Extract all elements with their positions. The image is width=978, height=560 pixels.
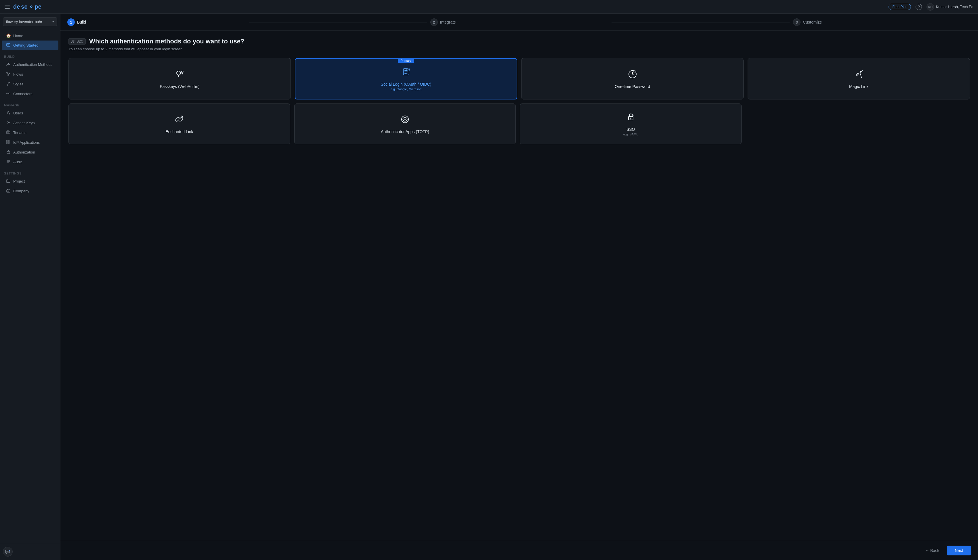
svg-point-28 <box>861 71 862 72</box>
sidebar-item-project[interactable]: Project <box>2 177 58 186</box>
auth-card-sso[interactable]: SSO e.g. SAML <box>520 103 741 144</box>
flows-icon <box>6 72 11 77</box>
chevron-down-icon: ▾ <box>52 20 54 23</box>
auth-methods-icon <box>6 62 11 67</box>
passkey-icon <box>175 69 185 82</box>
svg-point-21 <box>73 40 74 42</box>
svg-rect-12 <box>8 140 10 142</box>
project-selector[interactable]: flowery-lavender-bohr ▾ <box>3 17 57 26</box>
sidebar-item-users[interactable]: Users <box>2 108 58 118</box>
users-icon <box>6 111 11 115</box>
svg-rect-2 <box>7 72 8 73</box>
svg-point-1 <box>7 63 8 64</box>
sidebar-item-label: Audit <box>13 160 22 164</box>
sidebar-item-label: Project <box>13 179 25 183</box>
sidebar: flowery-lavender-bohr ▾ 🏠 Home Getting S… <box>0 14 60 560</box>
top-header: desc⚬pe Free Plan ? KH Kumar Harsh, Tech… <box>0 0 978 14</box>
primary-badge: Primary <box>398 58 414 63</box>
settings-section-label: Settings <box>0 167 60 176</box>
sidebar-item-connectors[interactable]: Connectors <box>2 89 58 98</box>
sidebar-item-label: Getting Started <box>13 43 38 47</box>
auth-methods-row2: Enchanted Link Authenticator Apps (TOTP) <box>68 103 741 144</box>
passkey-title: Passkeys (WebAuthn) <box>160 84 199 89</box>
back-button[interactable]: ← Back <box>921 546 943 555</box>
sidebar-item-label: Connectors <box>13 92 32 96</box>
user-menu[interactable]: KH Kumar Harsh, Tech Ed <box>926 3 973 11</box>
svg-rect-9 <box>7 132 10 134</box>
svg-rect-17 <box>8 191 9 192</box>
social-login-subtitle: e.g. Google, Microsoft <box>391 87 422 91</box>
chatbot-button[interactable] <box>3 547 13 557</box>
auth-card-otp[interactable]: One-time Password <box>521 58 744 100</box>
styles-icon <box>6 82 11 87</box>
wizard-step-3: 3 Customize <box>793 18 971 26</box>
svg-rect-14 <box>8 142 10 144</box>
wizard-step-1: 1 Build <box>67 18 245 26</box>
sidebar-item-idp-applications[interactable]: IdP Applications <box>2 138 58 147</box>
social-login-title: Social Login (OAuth / OIDC) <box>381 82 431 87</box>
hamburger-menu[interactable] <box>5 5 10 9</box>
auth-card-passkeys[interactable]: Passkeys (WebAuthn) <box>68 58 291 100</box>
auth-card-magic-link[interactable]: Magic Link <box>748 58 970 100</box>
svg-point-23 <box>182 71 183 73</box>
build-section-label: Build <box>0 50 60 60</box>
sidebar-item-home[interactable]: 🏠 Home <box>2 31 58 40</box>
main-layout: flowery-lavender-bohr ▾ 🏠 Home Getting S… <box>0 14 978 560</box>
sidebar-item-authentication-methods[interactable]: Authentication Methods <box>2 60 58 69</box>
sidebar-item-flows[interactable]: Flows <box>2 70 58 79</box>
svg-rect-3 <box>9 72 10 73</box>
help-icon[interactable]: ? <box>916 4 922 10</box>
auth-card-social-login[interactable]: Primary Social Login (OAuth / OIDC) e.g.… <box>295 58 517 100</box>
free-plan-badge[interactable]: Free Plan <box>888 4 911 10</box>
totp-icon <box>400 114 410 127</box>
wizard-step-1-label: Build <box>77 20 86 25</box>
auth-card-totp[interactable]: Authenticator Apps (TOTP) <box>294 103 516 144</box>
otp-icon <box>628 69 638 82</box>
svg-rect-10 <box>8 132 9 133</box>
audit-icon <box>6 160 11 165</box>
sidebar-item-access-keys[interactable]: Access Keys <box>2 118 58 128</box>
auth-card-enchanted-link[interactable]: Enchanted Link <box>68 103 290 144</box>
authorization-icon <box>6 150 11 155</box>
wizard-step-3-label: Customize <box>803 20 822 25</box>
b2c-badge: B2C <box>68 38 86 45</box>
wizard-title: Which authentication methods do you want… <box>89 38 244 45</box>
magic-link-icon <box>854 69 864 82</box>
next-button[interactable]: Next <box>947 546 971 555</box>
company-icon <box>6 188 11 193</box>
sidebar-item-authorization[interactable]: Authorization <box>2 147 58 157</box>
sidebar-item-label: Authentication Methods <box>13 62 52 67</box>
svg-point-6 <box>9 93 10 94</box>
sidebar-item-label: Authorization <box>13 150 35 154</box>
sidebar-item-audit[interactable]: Audit <box>2 157 58 167</box>
sidebar-item-styles[interactable]: Styles <box>2 79 58 89</box>
project-icon <box>6 179 11 184</box>
wizard-header: 1 Build 2 Integrate 3 Customize <box>60 14 978 31</box>
svg-rect-13 <box>7 142 8 144</box>
sidebar-item-getting-started[interactable]: Getting Started <box>2 40 58 50</box>
svg-rect-15 <box>7 152 10 153</box>
access-keys-icon <box>6 120 11 125</box>
wizard-step-2-label: Integrate <box>440 20 456 25</box>
sidebar-item-label: Home <box>13 33 23 38</box>
sidebar-item-company[interactable]: Company <box>2 186 58 196</box>
wizard-footer: ← Back Next <box>60 541 978 560</box>
auth-methods-row1: Passkeys (WebAuthn) Primary Social Login… <box>68 58 970 100</box>
svg-point-33 <box>404 119 406 120</box>
sidebar-item-label: Company <box>13 189 29 193</box>
svg-point-20 <box>72 40 73 42</box>
user-avatar: KH <box>926 3 934 11</box>
header-left: desc⚬pe <box>5 3 42 10</box>
svg-point-30 <box>861 70 862 70</box>
sso-icon <box>626 112 636 124</box>
sidebar-item-label: Styles <box>13 82 23 86</box>
getting-started-icon <box>6 43 11 48</box>
wizard-step-3-num: 3 <box>793 18 801 26</box>
sidebar-nav: 🏠 Home Getting Started Build <box>0 30 60 543</box>
wizard-title-row: B2C Which authentication methods do you … <box>68 38 970 45</box>
magic-link-title: Magic Link <box>849 84 868 89</box>
wizard-content: B2C Which authentication methods do you … <box>60 31 978 541</box>
header-right: Free Plan ? KH Kumar Harsh, Tech Ed <box>888 3 973 11</box>
sidebar-item-tenants[interactable]: Tenants <box>2 128 58 137</box>
svg-point-22 <box>177 71 181 75</box>
